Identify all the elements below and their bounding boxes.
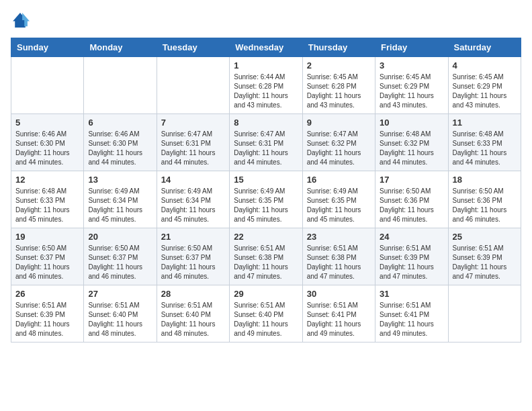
calendar-cell: 18Sunrise: 6:50 AM Sunset: 6:36 PM Dayli… xyxy=(448,171,521,228)
cell-info: Sunrise: 6:51 AM Sunset: 6:41 PM Dayligh… xyxy=(380,301,443,338)
calendar-cell: 5Sunrise: 6:46 AM Sunset: 6:30 PM Daylig… xyxy=(11,114,84,171)
day-number: 17 xyxy=(380,175,443,185)
cell-info: Sunrise: 6:46 AM Sunset: 6:30 PM Dayligh… xyxy=(88,130,152,167)
calendar-cell: 14Sunrise: 6:49 AM Sunset: 6:34 PM Dayli… xyxy=(157,171,229,228)
calendar-cell: 16Sunrise: 6:49 AM Sunset: 6:35 PM Dayli… xyxy=(302,171,375,228)
cell-info: Sunrise: 6:51 AM Sunset: 6:40 PM Dayligh… xyxy=(88,301,152,338)
day-number: 26 xyxy=(15,289,79,299)
calendar-cell: 8Sunrise: 6:47 AM Sunset: 6:31 PM Daylig… xyxy=(230,114,302,171)
day-number: 18 xyxy=(453,175,517,185)
calendar-cell: 15Sunrise: 6:49 AM Sunset: 6:35 PM Dayli… xyxy=(230,171,302,228)
cell-info: Sunrise: 6:45 AM Sunset: 6:29 PM Dayligh… xyxy=(453,73,517,110)
calendar-cell: 11Sunrise: 6:48 AM Sunset: 6:33 PM Dayli… xyxy=(448,114,521,171)
calendar-week-row: 26Sunrise: 6:51 AM Sunset: 6:39 PM Dayli… xyxy=(11,285,521,342)
calendar-week-row: 5Sunrise: 6:46 AM Sunset: 6:30 PM Daylig… xyxy=(11,114,521,171)
calendar-week-row: 19Sunrise: 6:50 AM Sunset: 6:37 PM Dayli… xyxy=(11,228,521,285)
calendar-cell xyxy=(84,57,157,114)
calendar-cell: 7Sunrise: 6:47 AM Sunset: 6:31 PM Daylig… xyxy=(157,114,229,171)
day-number: 21 xyxy=(161,232,225,242)
cell-info: Sunrise: 6:51 AM Sunset: 6:39 PM Dayligh… xyxy=(453,244,517,281)
day-number: 14 xyxy=(161,175,225,185)
calendar-week-row: 1Sunrise: 6:44 AM Sunset: 6:28 PM Daylig… xyxy=(11,57,521,114)
day-number: 16 xyxy=(307,175,371,185)
day-number: 27 xyxy=(88,289,152,299)
calendar-cell: 26Sunrise: 6:51 AM Sunset: 6:39 PM Dayli… xyxy=(11,285,84,342)
calendar-cell: 29Sunrise: 6:51 AM Sunset: 6:40 PM Dayli… xyxy=(230,285,302,342)
calendar-header-wednesday: Wednesday xyxy=(230,38,302,57)
cell-info: Sunrise: 6:45 AM Sunset: 6:28 PM Dayligh… xyxy=(307,73,371,110)
cell-info: Sunrise: 6:47 AM Sunset: 6:31 PM Dayligh… xyxy=(161,130,225,167)
cell-info: Sunrise: 6:50 AM Sunset: 6:37 PM Dayligh… xyxy=(161,244,225,281)
calendar-cell: 13Sunrise: 6:49 AM Sunset: 6:34 PM Dayli… xyxy=(84,171,157,228)
day-number: 7 xyxy=(161,118,225,128)
calendar-cell: 30Sunrise: 6:51 AM Sunset: 6:41 PM Dayli… xyxy=(302,285,375,342)
calendar-cell: 31Sunrise: 6:51 AM Sunset: 6:41 PM Dayli… xyxy=(375,285,448,342)
cell-info: Sunrise: 6:47 AM Sunset: 6:32 PM Dayligh… xyxy=(307,130,371,167)
day-number: 15 xyxy=(234,175,298,185)
calendar-cell: 19Sunrise: 6:50 AM Sunset: 6:37 PM Dayli… xyxy=(11,228,84,285)
cell-info: Sunrise: 6:51 AM Sunset: 6:39 PM Dayligh… xyxy=(15,301,79,338)
day-number: 28 xyxy=(161,289,225,299)
day-number: 10 xyxy=(380,118,443,128)
cell-info: Sunrise: 6:51 AM Sunset: 6:40 PM Dayligh… xyxy=(161,301,225,338)
calendar-cell: 2Sunrise: 6:45 AM Sunset: 6:28 PM Daylig… xyxy=(302,57,375,114)
day-number: 30 xyxy=(307,289,371,299)
cell-info: Sunrise: 6:50 AM Sunset: 6:36 PM Dayligh… xyxy=(453,187,517,224)
calendar-header-friday: Friday xyxy=(375,38,448,57)
cell-info: Sunrise: 6:50 AM Sunset: 6:36 PM Dayligh… xyxy=(380,187,443,224)
day-number: 12 xyxy=(15,175,79,185)
calendar-cell: 27Sunrise: 6:51 AM Sunset: 6:40 PM Dayli… xyxy=(84,285,157,342)
cell-info: Sunrise: 6:45 AM Sunset: 6:29 PM Dayligh… xyxy=(380,73,443,110)
calendar-header-thursday: Thursday xyxy=(302,38,375,57)
day-number: 1 xyxy=(234,60,298,71)
calendar-cell: 23Sunrise: 6:51 AM Sunset: 6:38 PM Dayli… xyxy=(302,228,375,285)
logo xyxy=(11,11,32,30)
page-header xyxy=(11,11,521,30)
cell-info: Sunrise: 6:46 AM Sunset: 6:30 PM Dayligh… xyxy=(15,130,79,167)
calendar-cell: 6Sunrise: 6:46 AM Sunset: 6:30 PM Daylig… xyxy=(84,114,157,171)
cell-info: Sunrise: 6:49 AM Sunset: 6:35 PM Dayligh… xyxy=(234,187,298,224)
cell-info: Sunrise: 6:51 AM Sunset: 6:38 PM Dayligh… xyxy=(307,244,371,281)
day-number: 25 xyxy=(453,232,517,242)
calendar-cell: 3Sunrise: 6:45 AM Sunset: 6:29 PM Daylig… xyxy=(375,57,448,114)
cell-info: Sunrise: 6:51 AM Sunset: 6:38 PM Dayligh… xyxy=(234,244,298,281)
day-number: 6 xyxy=(88,118,152,128)
cell-info: Sunrise: 6:48 AM Sunset: 6:32 PM Dayligh… xyxy=(380,130,443,167)
cell-info: Sunrise: 6:48 AM Sunset: 6:33 PM Dayligh… xyxy=(15,187,79,224)
calendar-cell: 10Sunrise: 6:48 AM Sunset: 6:32 PM Dayli… xyxy=(375,114,448,171)
cell-info: Sunrise: 6:50 AM Sunset: 6:37 PM Dayligh… xyxy=(15,244,79,281)
calendar-header-monday: Monday xyxy=(84,38,157,57)
day-number: 9 xyxy=(307,118,371,128)
day-number: 19 xyxy=(15,232,79,242)
calendar-header-row: SundayMondayTuesdayWednesdayThursdayFrid… xyxy=(11,38,521,57)
calendar-cell: 25Sunrise: 6:51 AM Sunset: 6:39 PM Dayli… xyxy=(448,228,521,285)
cell-info: Sunrise: 6:49 AM Sunset: 6:35 PM Dayligh… xyxy=(307,187,371,224)
cell-info: Sunrise: 6:51 AM Sunset: 6:40 PM Dayligh… xyxy=(234,301,298,338)
day-number: 13 xyxy=(88,175,152,185)
calendar-cell: 1Sunrise: 6:44 AM Sunset: 6:28 PM Daylig… xyxy=(230,57,302,114)
cell-info: Sunrise: 6:47 AM Sunset: 6:31 PM Dayligh… xyxy=(234,130,298,167)
day-number: 29 xyxy=(234,289,298,299)
calendar-header-sunday: Sunday xyxy=(11,38,84,57)
calendar-header-tuesday: Tuesday xyxy=(157,38,229,57)
cell-info: Sunrise: 6:44 AM Sunset: 6:28 PM Dayligh… xyxy=(234,73,298,110)
day-number: 24 xyxy=(380,232,443,242)
day-number: 22 xyxy=(234,232,298,242)
calendar-table: SundayMondayTuesdayWednesdayThursdayFrid… xyxy=(11,38,521,342)
calendar-cell xyxy=(448,285,521,342)
day-number: 5 xyxy=(15,118,79,128)
calendar-cell: 4Sunrise: 6:45 AM Sunset: 6:29 PM Daylig… xyxy=(448,57,521,114)
cell-info: Sunrise: 6:49 AM Sunset: 6:34 PM Dayligh… xyxy=(161,187,225,224)
calendar-cell: 28Sunrise: 6:51 AM Sunset: 6:40 PM Dayli… xyxy=(157,285,229,342)
cell-info: Sunrise: 6:49 AM Sunset: 6:34 PM Dayligh… xyxy=(88,187,152,224)
cell-info: Sunrise: 6:48 AM Sunset: 6:33 PM Dayligh… xyxy=(453,130,517,167)
calendar-cell xyxy=(11,57,84,114)
calendar-cell: 24Sunrise: 6:51 AM Sunset: 6:39 PM Dayli… xyxy=(375,228,448,285)
day-number: 3 xyxy=(380,60,443,71)
day-number: 8 xyxy=(234,118,298,128)
cell-info: Sunrise: 6:50 AM Sunset: 6:37 PM Dayligh… xyxy=(88,244,152,281)
day-number: 4 xyxy=(453,60,517,71)
calendar-cell: 20Sunrise: 6:50 AM Sunset: 6:37 PM Dayli… xyxy=(84,228,157,285)
day-number: 2 xyxy=(307,60,371,71)
calendar-cell: 9Sunrise: 6:47 AM Sunset: 6:32 PM Daylig… xyxy=(302,114,375,171)
